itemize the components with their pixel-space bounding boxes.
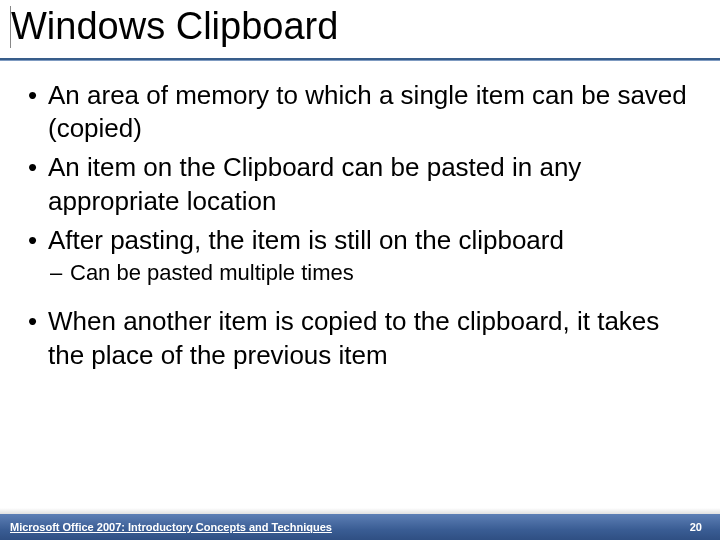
bullet-text: An item on the Clipboard can be pasted i… <box>48 152 581 215</box>
slide: Windows Clipboard An area of memory to w… <box>0 0 720 540</box>
footer-bar: Microsoft Office 2007: Introductory Conc… <box>0 514 720 540</box>
page-number: 20 <box>690 521 702 533</box>
bullet-item: An area of memory to which a single item… <box>24 79 696 146</box>
bullet-list: An area of memory to which a single item… <box>24 79 696 287</box>
title-area: Windows Clipboard <box>0 0 720 52</box>
slide-body: An area of memory to which a single item… <box>0 61 720 540</box>
bullet-list: When another item is copied to the clipb… <box>24 305 696 372</box>
slide-title: Windows Clipboard <box>10 6 710 48</box>
bullet-item: An item on the Clipboard can be pasted i… <box>24 151 696 218</box>
bullet-text: An area of memory to which a single item… <box>48 80 687 143</box>
spacer <box>24 293 696 305</box>
sub-bullet-list: Can be pasted multiple times <box>48 259 696 287</box>
bullet-item: When another item is copied to the clipb… <box>24 305 696 372</box>
sub-bullet-text: Can be pasted multiple times <box>70 260 354 285</box>
bullet-text: After pasting, the item is still on the … <box>48 225 564 255</box>
footer-source: Microsoft Office 2007: Introductory Conc… <box>10 521 332 533</box>
sub-bullet-item: Can be pasted multiple times <box>48 259 696 287</box>
bullet-text: When another item is copied to the clipb… <box>48 306 659 369</box>
bullet-item: After pasting, the item is still on the … <box>24 224 696 287</box>
